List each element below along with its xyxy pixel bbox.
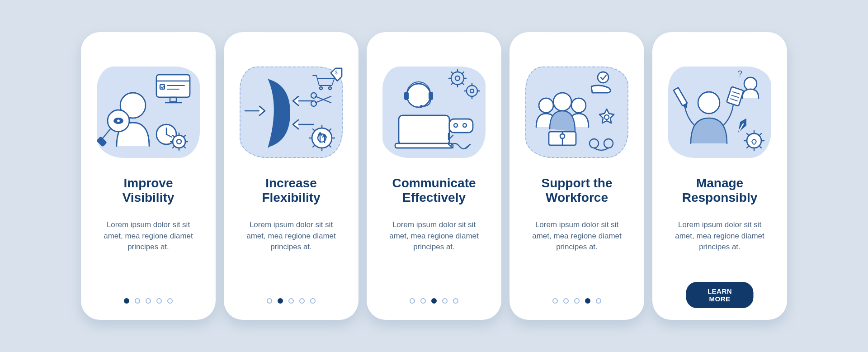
pager-dot[interactable] bbox=[156, 298, 162, 304]
slide-increase-flexibility: $ bbox=[224, 32, 359, 320]
slide-title: Communicate Effectively bbox=[379, 174, 489, 207]
svg-text:$: $ bbox=[335, 70, 338, 75]
svg-point-28 bbox=[117, 119, 120, 123]
onboarding-row: Improve Visibility Lorem ipsum dolor sit… bbox=[81, 32, 787, 320]
visibility-illustration bbox=[94, 57, 203, 162]
pager-dot[interactable] bbox=[278, 298, 283, 304]
slide-communicate-effectively: Communicate Effectively Lorem ipsum dolo… bbox=[367, 32, 501, 320]
pager-dot[interactable] bbox=[124, 298, 129, 304]
slide-description: Lorem ipsum dolor sit sit amet, mea regi… bbox=[379, 219, 489, 253]
pager-dot[interactable] bbox=[563, 298, 569, 304]
svg-line-48 bbox=[313, 145, 315, 147]
svg-point-64 bbox=[470, 89, 474, 93]
svg-rect-72 bbox=[429, 92, 433, 100]
svg-line-47 bbox=[329, 129, 331, 131]
slide-improve-visibility: Improve Visibility Lorem ipsum dolor sit… bbox=[81, 32, 216, 320]
svg-line-21 bbox=[184, 146, 185, 148]
slide-description: Lorem ipsum dolor sit sit amet, mea regi… bbox=[665, 219, 774, 253]
workforce-illustration bbox=[523, 57, 631, 162]
pager-dots[interactable] bbox=[81, 298, 216, 304]
pager-dots[interactable] bbox=[367, 298, 501, 304]
svg-point-38 bbox=[311, 101, 316, 106]
svg-line-120 bbox=[747, 133, 749, 136]
svg-rect-76 bbox=[395, 143, 453, 148]
slide-description: Lorem ipsum dolor sit sit amet, mea regi… bbox=[236, 219, 346, 253]
pager-dot[interactable] bbox=[146, 298, 151, 304]
svg-point-97 bbox=[604, 139, 613, 148]
svg-rect-78 bbox=[449, 119, 473, 133]
svg-rect-74 bbox=[399, 115, 449, 144]
pager-dots[interactable] bbox=[224, 298, 359, 304]
slide-description: Lorem ipsum dolor sit sit amet, mea regi… bbox=[94, 219, 203, 253]
pager-dot[interactable] bbox=[288, 298, 294, 304]
svg-rect-30 bbox=[96, 136, 107, 147]
svg-rect-6 bbox=[170, 97, 176, 102]
pager-dot[interactable] bbox=[310, 298, 316, 304]
slide-title: Improve Visibility bbox=[94, 174, 203, 207]
pager-dots[interactable] bbox=[509, 298, 644, 304]
communicate-illustration bbox=[380, 57, 488, 162]
slide-title: Increase Flexibility bbox=[236, 174, 346, 207]
svg-line-61 bbox=[462, 83, 464, 85]
svg-line-59 bbox=[462, 72, 464, 74]
svg-text:?: ? bbox=[738, 69, 742, 78]
pager-dot[interactable] bbox=[431, 298, 437, 304]
svg-rect-0 bbox=[156, 75, 190, 97]
svg-point-63 bbox=[467, 86, 477, 96]
svg-point-37 bbox=[311, 93, 316, 98]
svg-rect-71 bbox=[404, 92, 409, 100]
slide-title: Manage Responsibly bbox=[665, 174, 774, 207]
slide-support-workforce: Support the Workforce Lorem ipsum dolor … bbox=[509, 32, 644, 320]
slide-manage-responsibly: ? bbox=[652, 32, 787, 320]
pager-dot[interactable] bbox=[299, 298, 305, 304]
svg-point-96 bbox=[590, 139, 599, 148]
slide-title: Support the Workforce bbox=[522, 174, 632, 207]
pager-dot[interactable] bbox=[420, 298, 426, 304]
pager-dot[interactable] bbox=[135, 298, 140, 304]
svg-point-73 bbox=[420, 105, 423, 108]
svg-line-29 bbox=[102, 129, 110, 139]
pager-dot[interactable] bbox=[267, 298, 272, 304]
slide-description: Lorem ipsum dolor sit sit amet, mea regi… bbox=[522, 219, 632, 253]
svg-point-35 bbox=[329, 87, 331, 90]
svg-line-50 bbox=[313, 129, 315, 131]
svg-line-117 bbox=[759, 133, 761, 136]
svg-point-54 bbox=[455, 76, 460, 81]
svg-line-49 bbox=[329, 145, 331, 147]
pager-dot[interactable] bbox=[410, 298, 415, 304]
svg-line-119 bbox=[759, 146, 761, 148]
pager-dot[interactable] bbox=[585, 298, 590, 304]
svg-line-60 bbox=[451, 83, 453, 85]
pager-dot[interactable] bbox=[574, 298, 580, 304]
pager-dot[interactable] bbox=[552, 298, 558, 304]
flexibility-illustration: $ bbox=[237, 57, 345, 162]
pager-dot[interactable] bbox=[596, 298, 601, 304]
svg-line-19 bbox=[184, 135, 185, 137]
pager-dot[interactable] bbox=[453, 298, 458, 304]
manage-illustration: ? bbox=[665, 57, 774, 162]
svg-line-62 bbox=[451, 72, 453, 74]
pager-dot[interactable] bbox=[167, 298, 173, 304]
svg-point-34 bbox=[320, 87, 322, 90]
svg-line-118 bbox=[747, 146, 749, 148]
svg-line-20 bbox=[173, 146, 175, 148]
learn-more-button[interactable]: LEARN MORE bbox=[686, 282, 754, 308]
pager-dot[interactable] bbox=[442, 298, 448, 304]
